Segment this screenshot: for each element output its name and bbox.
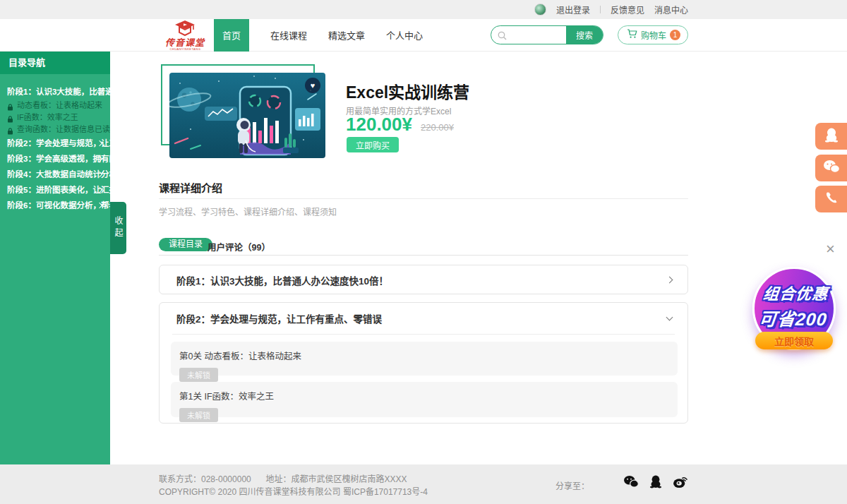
promo-close-button[interactable]: ×	[826, 241, 835, 257]
stage-label: 阶段3：学会高级透视，拥有同时...	[7, 155, 110, 163]
main-nav: 首页 在线课程 精选文章 个人中心	[214, 19, 423, 51]
search-bar: 搜索	[491, 25, 603, 44]
footer-contact: 联系方式：028-0000000	[159, 474, 251, 484]
stage-label: 阶段5：进阶图表美化，让汇报一...	[7, 186, 110, 194]
cart-label: 购物车	[641, 29, 666, 41]
user-avatar[interactable]	[534, 4, 546, 16]
footer-copyright: COPYRIGHT© 2020 四川传音课堂科技有限公司 蜀ICP备170177…	[159, 485, 428, 497]
lesson-status-badge: 未解锁	[179, 368, 218, 382]
detail-description: 学习流程、学习特色、课程详细介绍、课程须知	[159, 205, 337, 217]
divider	[159, 198, 688, 199]
logout-link[interactable]: 退出登录	[556, 4, 590, 16]
qq-share-icon[interactable]	[649, 474, 662, 488]
sidebar-lesson-locked-1[interactable]: 动态看板：让表格动起来	[0, 100, 110, 112]
lesson-name: 第0关 动态看板：让表格动起来	[179, 349, 669, 362]
catalog-sidebar: 目录导航 阶段1：认识3大技能，比普通人... 动态看板：让表格动起来 IF函数…	[0, 52, 110, 464]
footer: 联系方式：028-0000000 地址：成都市武侯区槐树店南路XXXX COPY…	[0, 464, 847, 504]
site-logo[interactable]: 传音课堂 CHUANYINKETANG	[159, 20, 211, 51]
graduation-cap-icon	[173, 20, 197, 39]
tab-user-comments[interactable]: 用户评论（99）	[208, 240, 270, 253]
weibo-share-icon[interactable]	[673, 474, 688, 488]
lesson-status-badge: 未解锁	[179, 408, 218, 422]
locked-lesson-label: IF函数：效率之王	[17, 113, 78, 121]
sidebar-stage-4[interactable]: 阶段4：大批数据自动统计分析，...	[0, 167, 110, 182]
favorite-button[interactable]: ♥	[305, 78, 320, 93]
accordion-stage-1-header[interactable]: 阶段1：认识3大技能，比普通人办公速度快10倍！	[160, 265, 687, 295]
original-price: 220.00¥	[421, 122, 454, 133]
sidebar-lesson-locked-2[interactable]: IF函数：效率之王	[0, 112, 110, 124]
phone-icon	[825, 191, 838, 207]
qq-penguin-icon	[824, 127, 839, 145]
detail-section-title: 课程详细介绍	[159, 180, 222, 195]
feedback-link[interactable]: 反馈意见	[611, 4, 644, 16]
wechat-icon	[823, 160, 840, 176]
price-row: 120.00¥ 220.00¥	[346, 114, 454, 136]
locked-lesson-label: 查询函数：让数据信息已读	[17, 125, 110, 133]
search-icon	[498, 30, 507, 43]
locked-lesson-label: 动态看板：让表格动起来	[17, 101, 102, 109]
buy-now-button[interactable]: 立即购买	[347, 137, 399, 152]
divider	[159, 255, 688, 256]
nav-online-courses[interactable]: 在线课程	[270, 28, 307, 42]
course-cover-image[interactable]: ♥	[169, 73, 325, 158]
accordion-title: 阶段2：学会处理与规范，让工作有重点、零错误	[176, 311, 382, 325]
stage-label: 阶段2：学会处理与规范，让工作...	[7, 139, 110, 148]
current-price: 120.00¥	[346, 114, 412, 136]
claim-coupon-button[interactable]: 立即领取	[755, 332, 833, 349]
sidebar-title: 目录导航	[0, 52, 110, 74]
lock-icon	[7, 102, 13, 112]
nav-personal-center[interactable]: 个人中心	[386, 28, 423, 42]
divider	[172, 334, 675, 335]
search-button[interactable]: 搜索	[566, 26, 603, 44]
lesson-row-2[interactable]: 第1关 IF函数：效率之王 未解锁	[171, 382, 678, 417]
nav-featured-articles[interactable]: 精选文章	[328, 28, 365, 42]
lesson-row-1[interactable]: 第0关 动态看板：让表格动起来 未解锁	[171, 342, 678, 376]
site-header: 传音课堂 CHUANYINKETANG 首页 在线课程 精选文章 个人中心 搜索	[0, 19, 847, 52]
sidebar-lesson-locked-3[interactable]: 查询函数：让数据信息已读	[0, 124, 110, 136]
cart-button[interactable]: 购物车 1	[618, 25, 688, 44]
cart-icon	[627, 29, 637, 41]
nav-home[interactable]: 首页	[214, 19, 249, 52]
footer-address: 地址：成都市武侯区槐树店南路XXXX	[265, 474, 407, 484]
stage-label: 阶段4：大批数据自动统计分析，...	[7, 170, 110, 179]
course-title: Excel实战训练营	[346, 79, 469, 103]
sidebar-stage-2[interactable]: 阶段2：学会处理与规范，让工作...	[0, 136, 110, 151]
stage-label: 阶段6：可视化数据分析，帮老板...	[7, 201, 110, 210]
heart-icon: ♥	[311, 82, 316, 90]
phone-contact-button[interactable]	[815, 186, 847, 212]
divider	[600, 6, 601, 13]
accordion-title: 阶段1：认识3大技能，比普通人办公速度快10倍！	[176, 273, 388, 287]
lock-icon	[7, 114, 13, 124]
logo-subtitle: CHUANYINKETANG	[169, 47, 200, 51]
qq-contact-button[interactable]	[815, 123, 847, 150]
accordion-stage-1: 阶段1：认识3大技能，比普通人办公速度快10倍！	[159, 265, 688, 294]
lesson-name: 第1关 IF函数：效率之王	[179, 389, 669, 402]
logo-title: 传音课堂	[165, 39, 205, 47]
stage-label: 阶段1：认识3大技能，比普通人...	[7, 88, 110, 96]
wechat-contact-button[interactable]	[815, 155, 847, 181]
chevron-down-icon	[666, 314, 673, 321]
cart-count-badge: 1	[670, 30, 680, 40]
space-illustration	[169, 73, 325, 158]
tab-course-catalog[interactable]: 课程目录	[159, 238, 212, 251]
wechat-share-icon[interactable]	[623, 475, 639, 488]
top-utility-bar: 退出登录 反馈意见 消息中心	[0, 0, 847, 19]
messages-link[interactable]: 消息中心	[654, 4, 688, 16]
accordion-stage-2-header[interactable]: 阶段2：学会处理与规范，让工作有重点、零错误	[160, 303, 687, 334]
sidebar-stage-3[interactable]: 阶段3：学会高级透视，拥有同时...	[0, 151, 110, 167]
sidebar-stage-1[interactable]: 阶段1：认识3大技能，比普通人...	[0, 84, 110, 100]
share-label: 分享至：	[555, 479, 589, 491]
lock-icon	[7, 126, 13, 136]
page: 退出登录 反馈意见 消息中心 传音课堂 CHUANYINKETANG	[0, 0, 847, 504]
accordion-stage-2: 阶段2：学会处理与规范，让工作有重点、零错误 第0关 动态看板：让表格动起来 未…	[159, 302, 688, 424]
sidebar-stage-5[interactable]: 阶段5：进阶图表美化，让汇报一...	[0, 182, 110, 198]
sidebar-stage-6[interactable]: 阶段6：可视化数据分析，帮老板...	[0, 198, 110, 213]
chevron-right-icon	[666, 277, 673, 284]
sidebar-collapse-tab[interactable]: 收起	[110, 202, 126, 254]
